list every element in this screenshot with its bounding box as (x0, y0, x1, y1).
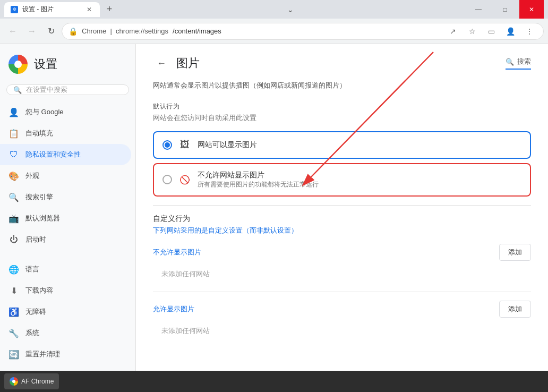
lock-icon: 🔒 (68, 27, 78, 36)
content-header-left: ← 图片 (153, 55, 200, 72)
close-button[interactable]: ✕ (519, 0, 544, 19)
language-icon: 🌐 (8, 264, 19, 275)
settings-search[interactable]: 🔍 在设置中搜索 (6, 84, 129, 95)
allow-section: 允许显示图片 添加 未添加任何网站 (153, 301, 531, 340)
accessibility-icon: ♿ (8, 306, 19, 317)
sidebar-item-label: 无障碍 (25, 307, 46, 317)
system-icon: 🔧 (8, 328, 19, 338)
sidebar-item-label: 自动填充 (25, 129, 53, 138)
tab-menu-button[interactable]: ⌄ (283, 2, 298, 17)
taskbar-chrome-logo (10, 377, 18, 386)
address-box[interactable]: 🔒 Chrome | chrome://settings/content/ima… (62, 23, 544, 40)
search-placeholder: 在设置中搜索 (26, 85, 67, 95)
content-inner: ← 图片 🔍 搜索 网站通常会显示图片以提供插图（例如网店或新闻报道的图片） 默… (136, 44, 548, 359)
content-back-button[interactable]: ← (153, 55, 170, 72)
forward-button[interactable]: → (23, 23, 40, 40)
sidebar-item-appearance[interactable]: 🎨 外观 (0, 165, 131, 186)
content-header: ← 图片 🔍 搜索 (153, 55, 531, 72)
allow-empty-text: 未添加任何网站 (153, 322, 531, 340)
reload-button[interactable]: ↻ (42, 23, 59, 40)
profile-icon[interactable]: 👤 (503, 24, 518, 39)
address-actions: ↗ ☆ ▭ 👤 ⋮ (446, 24, 537, 39)
sidebar-item-label: 系统 (25, 328, 39, 338)
sidebar-item-label: 搜索引擎 (25, 192, 53, 202)
addressbar: ← → ↻ 🔒 Chrome | chrome://settings/conte… (0, 19, 548, 44)
sidebar-item-label: 语言 (25, 265, 39, 274)
sidebar-item-label: 外观 (25, 171, 39, 181)
bookmark-icon[interactable]: ☆ (465, 24, 480, 39)
allow-image-icon: 🖼 (178, 139, 191, 151)
block-label: 不允许网站显示图片 (198, 171, 521, 180)
startup-icon: ⏻ (8, 234, 19, 245)
allow-images-option[interactable]: 🖼 网站可以显示图片 (153, 131, 531, 159)
sidebar-item-browser[interactable]: 📺 默认浏览器 (0, 208, 131, 229)
sidebar-item-label: 隐私设置和安全性 (25, 150, 81, 159)
window-controls: — □ ✕ (466, 0, 544, 19)
block-image-icon: 🚫 (178, 173, 191, 186)
reset-icon: 🔄 (8, 349, 19, 360)
sidebar-item-label: 默认浏览器 (25, 214, 60, 223)
sidebar-item-system[interactable]: 🔧 系统 (0, 322, 131, 344)
maximize-button[interactable]: □ (493, 0, 517, 19)
block-radio-button[interactable] (162, 175, 172, 184)
sidebar-title: 设置 (34, 56, 57, 72)
content-search-label: 搜索 (517, 57, 531, 66)
allow-section-header: 允许显示图片 添加 (153, 301, 531, 318)
google-icon: 👤 (8, 107, 19, 117)
content-search-icon: 🔍 (506, 58, 514, 66)
sidebar-item-label: 下载内容 (25, 286, 53, 295)
block-empty-text: 未添加任何网站 (153, 265, 531, 283)
new-tab-button[interactable]: + (102, 2, 117, 17)
tab-favicon: ⚙ (11, 6, 18, 13)
sidebar-item-autofill[interactable]: 📋 自动填充 (0, 123, 131, 144)
default-behavior-label: 默认行为 (153, 102, 531, 111)
share-icon[interactable]: ↗ (446, 24, 460, 39)
more-icon[interactable]: ⋮ (522, 24, 537, 39)
taskbar-item-label: AF Chrome (21, 378, 54, 385)
sidebar-header: 设置 (0, 48, 135, 80)
privacy-icon: 🛡 (8, 149, 19, 160)
download-icon: ⬇ (8, 285, 19, 296)
autofill-icon: 📋 (8, 128, 19, 139)
browser-tab[interactable]: ⚙ 设置 - 图片 ✕ (4, 2, 100, 17)
appearance-icon: 🎨 (8, 171, 19, 181)
allow-label: 网站可以显示图片 (198, 140, 521, 150)
allow-text: 网站可以显示图片 (198, 140, 521, 150)
tab-close-button[interactable]: ✕ (85, 5, 93, 14)
sidebar-item-label: 重置并清理 (25, 350, 60, 359)
sidebar-item-startup[interactable]: ⏻ 启动时 (0, 229, 131, 250)
back-button[interactable]: ← (4, 23, 21, 40)
sidebar-item-reset[interactable]: 🔄 重置并清理 (0, 344, 131, 365)
tab-title: 设置 - 图片 (22, 5, 54, 14)
address-path: /content/images (173, 27, 221, 35)
address-domain: Chrome | chrome://settings (82, 27, 168, 35)
sidebar-item-privacy[interactable]: 🛡 隐私设置和安全性 (0, 144, 131, 165)
section-divider-2 (153, 292, 531, 292)
page-title: 图片 (176, 55, 200, 71)
sidebar-item-label: 启动时 (25, 235, 46, 244)
chrome-logo (8, 55, 28, 74)
main-layout: 设置 🔍 在设置中搜索 👤 您与 Google 📋 自动填充 🛡 隐私设置和安全… (0, 44, 548, 392)
sidebar-item-accessibility[interactable]: ♿ 无障碍 (0, 301, 131, 322)
add-allow-button[interactable]: 添加 (499, 301, 531, 318)
sidebar-item-search[interactable]: 🔍 搜索引擎 (0, 186, 131, 208)
content-search[interactable]: 🔍 搜索 (506, 57, 531, 70)
section-divider (153, 205, 531, 206)
block-text: 不允许网站显示图片 所有需要使用图片的功能都将无法正常运行 (198, 171, 521, 189)
custom-behavior-desc[interactable]: 下列网站采用的是自定义设置（而非默认设置） (153, 226, 531, 235)
taskbar-chrome-item[interactable]: AF Chrome (4, 373, 59, 389)
taskbar: AF Chrome (0, 371, 548, 392)
block-sublabel: 所有需要使用图片的功能都将无法正常运行 (198, 180, 521, 189)
sidebar-item-google[interactable]: 👤 您与 Google (0, 101, 131, 123)
sidebar-item-language[interactable]: 🌐 语言 (0, 259, 131, 280)
default-behavior-desc: 网站会在您访问时自动采用此设置 (153, 113, 531, 123)
split-view-icon[interactable]: ▭ (484, 24, 499, 39)
sidebar: 设置 🔍 在设置中搜索 👤 您与 Google 📋 自动填充 🛡 隐私设置和安全… (0, 44, 136, 392)
allow-radio-button[interactable] (162, 140, 172, 150)
add-block-button[interactable]: 添加 (499, 244, 531, 261)
block-images-option[interactable]: 🚫 不允许网站显示图片 所有需要使用图片的功能都将无法正常运行 (153, 163, 531, 197)
sidebar-item-label: 您与 Google (25, 107, 64, 117)
search-icon: 🔍 (13, 86, 22, 94)
sidebar-item-download[interactable]: ⬇ 下载内容 (0, 280, 131, 301)
minimize-button[interactable]: — (466, 0, 491, 19)
